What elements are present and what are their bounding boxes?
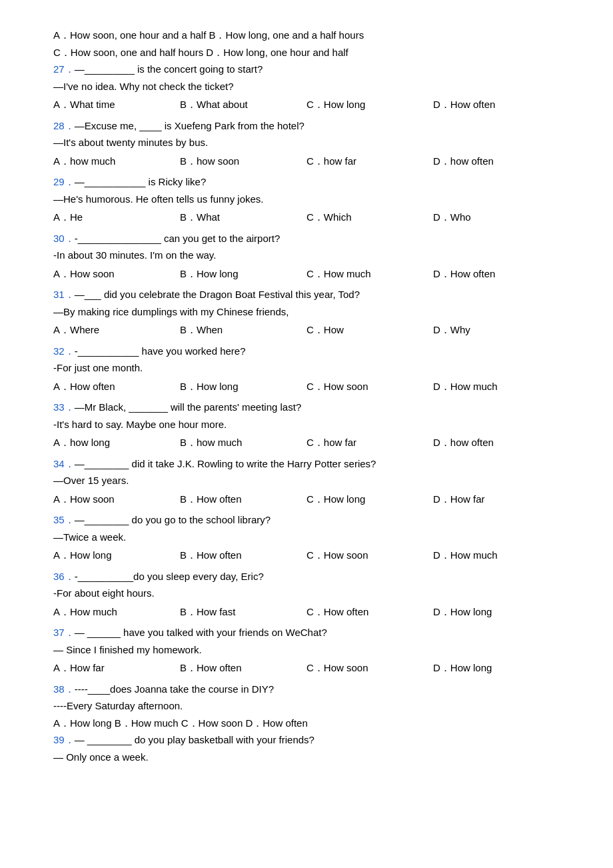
question-text: ----____does Joanna take the course in D… [75,683,274,695]
question-text: —_________ is the concert going to start… [75,63,263,75]
question-text: —________ do you go to the school librar… [75,514,271,525]
question-line: 28．—Excuse me, ____ is Xuefeng Park from… [53,117,560,135]
option-B: B．What [180,209,306,226]
option-B: B．how soon [180,153,306,170]
option-B: B．How long [180,378,306,395]
options-row: A．How oftenB．How longC．How soonD．How muc… [53,378,560,395]
option-B: B．How often [180,491,306,508]
options-row: A．How farB．How oftenC．How soonD．How long [53,659,560,677]
options-row: A．What timeB．What aboutC．How longD．How o… [53,96,560,113]
option-D: D．How long [433,659,560,677]
question-line: 30．-_______________ can you get to the a… [53,230,560,247]
question-number: 30． [53,233,75,244]
option-C: C．How soon [306,378,433,395]
question-line: 29．—___________ is Ricky like? [53,173,560,191]
text-line: -For about eight hours. [53,585,560,602]
option-B: B．How often [180,547,306,564]
text-line: -For just one month. [53,359,560,377]
question-number: 36． [53,571,75,582]
question-line: 31．—___ did you celebrate the Dragon Boa… [53,286,560,303]
options-row: A．How soonB．How oftenC．How longD．How far [53,491,560,508]
question-number: 34． [53,458,75,469]
question-number: 35． [53,514,75,525]
question-number: 33． [53,401,75,413]
text-line: -In about 30 minutes. I'm on the way. [53,247,560,264]
option-C: C．How often [306,603,433,621]
option-C: C．How soon [306,659,433,677]
option-A: A．How soon [53,265,180,283]
options-inline-row: A．How long B．How much C．How soon D．How o… [53,715,560,732]
question-line: 33．—Mr Black, _______ will the parents' … [53,399,560,416]
question-number: 31． [53,289,75,300]
question-number: 28． [53,120,75,131]
options-row: A．WhereB．WhenC．HowD．Why [53,321,560,339]
option-D: D．Why [433,321,560,339]
text-line: — Only once a week. [53,749,560,766]
text-line: — Since I finished my homework. [53,641,560,659]
question-number: 37． [53,627,75,638]
options-row: A．how longB．how muchC．how farD．how often [53,434,560,451]
option-B: B．How long [180,265,306,283]
option-A: A．How often [53,378,180,395]
text-line: A．How soon, one hour and a half B．How lo… [53,27,560,44]
option-A: A．Where [53,321,180,339]
question-text: —Excuse me, ____ is Xuefeng Park from th… [75,120,305,131]
question-text: —___ did you celebrate the Dragon Boat F… [75,289,360,300]
options-row: A．How muchB．How fastC．How oftenD．How lon… [53,603,560,621]
question-line: 39．— ________ do you play basketball wit… [53,731,560,749]
option-A: A．How far [53,659,180,677]
option-B: B．How often [180,659,306,677]
text-line: —I've no idea. Why not check the ticket? [53,78,560,95]
question-line: 32．-___________ have you worked here? [53,343,560,360]
option-C: C．how far [306,434,433,451]
text-line: —He's humorous. He often tells us funny … [53,191,560,208]
option-C: C．How long [306,96,433,113]
question-line: 34．—________ did it take J.K. Rowling to… [53,455,560,473]
question-text: —________ did it take J.K. Rowling to wr… [75,458,376,469]
text-line: —Over 15 years. [53,472,560,489]
option-A: A．How long [53,547,180,564]
text-line: —It's about twenty minutes by bus. [53,134,560,151]
question-text: —Mr Black, _______ will the parents' mee… [75,401,302,413]
option-C: C．How soon [306,547,433,564]
option-D: D．how often [433,153,560,170]
question-line: 35．—________ do you go to the school lib… [53,511,560,529]
option-C: C．How long [306,491,433,508]
question-number: 32． [53,345,75,357]
options-row: A．How longB．How oftenC．How soonD．How muc… [53,547,560,564]
option-B: B．What about [180,96,306,113]
question-line: 36．-__________do you sleep every day, Er… [53,568,560,585]
question-text: -___________ have you worked here? [75,345,246,357]
option-A: A．How much [53,603,180,621]
question-text: -__________do you sleep every day, Eric? [75,571,264,582]
option-C: C．how far [306,153,433,170]
options-row: A．how muchB．how soonC．how farD．how often [53,153,560,170]
question-line: 37．— ______ have you talked with your fr… [53,624,560,641]
option-C: C．How much [306,265,433,283]
question-number: 38． [53,683,75,695]
option-B: B．how much [180,434,306,451]
question-text: — ______ have you talked with your frien… [75,627,327,638]
option-D: D．how often [433,434,560,451]
text-line: ----Every Saturday afternoon. [53,697,560,715]
option-D: D．How far [433,491,560,508]
question-text: — ________ do you play basketball with y… [75,734,314,745]
question-text: -_______________ can you get to the airp… [75,233,281,244]
option-B: B．When [180,321,306,339]
option-A: A．how long [53,434,180,451]
question-number: 27． [53,63,75,75]
option-A: A．how much [53,153,180,170]
option-A: A．How soon [53,491,180,508]
option-B: B．How fast [180,603,306,621]
option-D: D．How long [433,603,560,621]
option-D: D．How much [433,378,560,395]
option-C: C．Which [306,209,433,226]
text-line: -It's hard to say. Maybe one hour more. [53,416,560,433]
option-D: D．How often [433,265,560,283]
text-line: —Twice a week. [53,529,560,546]
question-number: 29． [53,176,75,187]
text-line: C．How soon, one and half hours D．How lon… [53,44,560,61]
option-C: C．How [306,321,433,339]
option-D: D．Who [433,209,560,226]
option-D: D．How much [433,547,560,564]
